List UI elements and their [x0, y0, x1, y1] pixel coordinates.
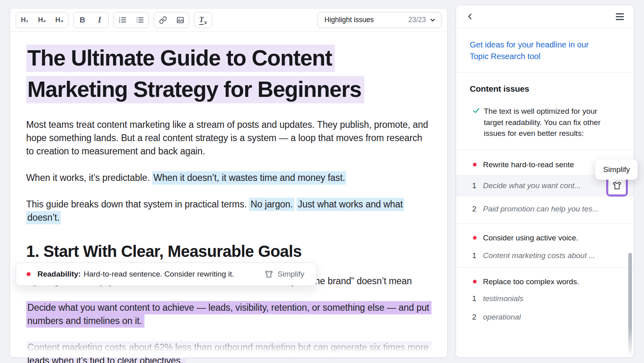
- section-heading: 1. Start With Clear, Measurable Goals: [26, 241, 431, 261]
- issue-item[interactable]: 2 Paid promotion can help you tes...: [456, 200, 634, 218]
- issue-title: Consider using active voice.: [483, 234, 578, 242]
- issue-item-text: testimonials: [483, 294, 523, 303]
- back-button[interactable]: [466, 12, 475, 21]
- issue-highlight: Content marketing costs about 62% less t…: [26, 341, 431, 363]
- italic-button[interactable]: I: [91, 12, 108, 28]
- document-body[interactable]: The Ultimate Guide to Content Marketing …: [10, 32, 447, 363]
- paragraph: This guide breaks down that system in pr…: [26, 198, 431, 224]
- paragraph: Content marketing costs about 62% less t…: [26, 341, 431, 363]
- editor-panel: H₁ H₂ H₃ B I 1 2 3: [10, 8, 448, 358]
- readability-highlight: When it doesn’t, it wastes time and mone…: [152, 171, 346, 185]
- highlight-issues-dropdown[interactable]: Highlight issues 23/23: [318, 12, 442, 28]
- assistant-sidebar: Get ideas for your headline in our Topic…: [456, 5, 634, 358]
- issue-item-text: Decide what you want cont...: [483, 181, 581, 190]
- toolbar-group-format: B I: [73, 12, 109, 28]
- readability-tooltip: Readability: Hard-to-read sentence. Cons…: [16, 263, 317, 286]
- paragraph: When it works, it’s predictable. When it…: [26, 171, 431, 185]
- issue-item-text: Paid promotion can help you tes...: [483, 205, 599, 213]
- h2-button[interactable]: H₂: [33, 12, 51, 28]
- tshirt-icon: [612, 181, 622, 191]
- sidebar-header: [456, 5, 634, 28]
- document-title: The Ultimate Guide to Content Marketing …: [26, 42, 431, 105]
- highlight-issues-count: 23/23: [408, 16, 426, 24]
- toolbar-group-insert: [154, 12, 189, 28]
- issue-item[interactable]: 1 testimonials: [456, 289, 634, 308]
- unordered-list-button[interactable]: [131, 12, 149, 28]
- ordered-list-icon: 1 2 3: [118, 16, 127, 24]
- topic-research-link[interactable]: Get ideas for your headline in our Topic…: [470, 39, 597, 62]
- success-text: The text is well optimized for your targ…: [484, 106, 610, 139]
- editor-toolbar: H₁ H₂ H₃ B I 1 2 3: [10, 8, 447, 32]
- issue-item[interactable]: 1 Content marketing costs about ...: [456, 246, 634, 265]
- issue-dot-icon: [473, 163, 477, 166]
- simplify-tooltip: Simplify: [595, 160, 638, 180]
- clear-formatting-button[interactable]: Tx: [194, 12, 212, 28]
- clear-formatting-icon: T: [199, 15, 204, 25]
- readability-highlight: No jargon.: [249, 198, 294, 211]
- toolbar-group-clear: Tx: [194, 12, 212, 28]
- issue-item-text: operational: [483, 313, 521, 322]
- simplify-button[interactable]: Simplify: [264, 270, 306, 279]
- hamburger-icon: [616, 13, 624, 20]
- check-icon: [472, 107, 480, 115]
- link-icon: [159, 16, 167, 24]
- sidebar-scrollbar-thumb[interactable]: [628, 253, 632, 357]
- title-highlight: The Ultimate Guide to Content Marketing …: [26, 45, 364, 103]
- headline-tip-section: Get ideas for your headline in our Topic…: [456, 28, 634, 73]
- issue-item-number: 1: [472, 294, 483, 303]
- readability-category: Readability:: [37, 270, 81, 279]
- highlight-issues-label: Highlight issues: [324, 16, 374, 24]
- toolbar-group-headings: H₁ H₂ H₃: [16, 12, 68, 28]
- issue-title: Replace too complex words.: [483, 277, 579, 286]
- issue-item-number: 1: [472, 251, 483, 260]
- tshirt-icon: [264, 270, 273, 279]
- issue-item-number: 2: [472, 205, 483, 213]
- unordered-list-icon: [136, 16, 144, 24]
- h1-button[interactable]: H₁: [16, 12, 33, 28]
- readability-success-item: The text is well optimized for your targ…: [472, 106, 620, 139]
- image-icon: [176, 16, 184, 24]
- h3-button[interactable]: H₃: [51, 12, 68, 28]
- toolbar-group-lists: 1 2 3: [114, 12, 149, 28]
- insert-link-button[interactable]: [154, 12, 171, 28]
- readability-message: Hard-to-read sentence. Consider rewritin…: [84, 270, 234, 279]
- issue-item-number: 1: [472, 181, 483, 190]
- issue-title: Rewrite hard-to-read sente: [483, 160, 574, 169]
- insert-image-button[interactable]: [171, 12, 189, 28]
- issue-dot-icon: [473, 280, 477, 283]
- paragraph: Most teams treat content marketing like …: [26, 118, 431, 158]
- ordered-list-button[interactable]: 1 2 3: [114, 12, 131, 28]
- issue-item-number: 2: [472, 313, 483, 322]
- issue-group-active-voice[interactable]: Consider using active voice.: [456, 224, 634, 242]
- menu-button[interactable]: [616, 13, 624, 20]
- issue-item[interactable]: 2 operational: [456, 308, 634, 326]
- simplify-tooltip-label: Simplify: [603, 165, 630, 174]
- svg-text:3: 3: [119, 21, 120, 23]
- chevron-down-icon: [429, 17, 436, 23]
- issue-dot-icon: [473, 236, 477, 240]
- back-chevron-icon: [466, 12, 475, 21]
- issue-item-text: Content marketing costs about ...: [483, 251, 595, 260]
- simplify-label: Simplify: [277, 270, 304, 279]
- paragraph: Decide what you want content to achieve …: [26, 301, 431, 328]
- issue-group-complex-words[interactable]: Replace too complex words.: [456, 268, 634, 286]
- bold-button[interactable]: B: [74, 12, 91, 28]
- readability-dot-icon: [27, 272, 31, 276]
- content-issues-heading: Content issues: [470, 84, 620, 94]
- active-issue-highlight: Decide what you want content to achieve …: [26, 301, 431, 328]
